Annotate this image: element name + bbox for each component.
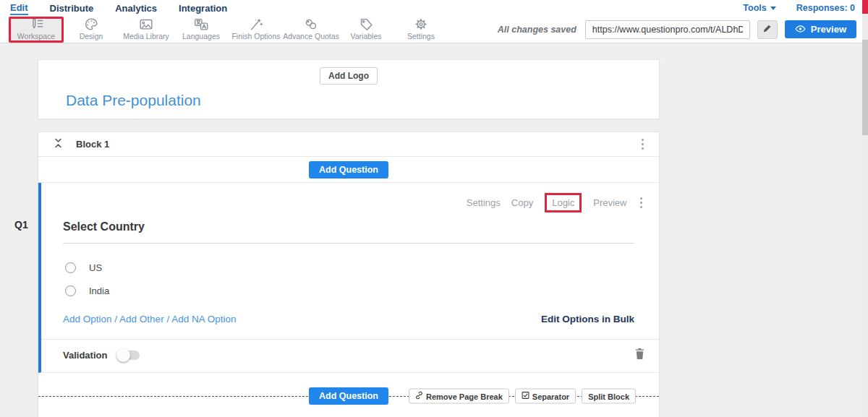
scrollbar-thumb[interactable] [862,40,868,135]
toolbar-item-label: Settings [407,32,435,40]
question-copy-button[interactable]: Copy [511,197,533,208]
chevron-down-icon [770,7,776,10]
nav-tab-integration[interactable]: Integration [179,1,227,14]
toolbar-item-label: Finish Options [231,32,280,40]
tools-menu[interactable]: Tools [743,3,775,13]
page-scrollbar[interactable] [862,0,868,417]
toolbar-right-group: All changes saved Preview [498,20,868,39]
toolbar-item-languages[interactable]: Languages [174,17,229,43]
add-other-link[interactable]: Add Other [119,314,164,324]
question-toolbar: Settings Copy Logic Preview [41,183,659,212]
top-nav-bar: Edit Distribute Analytics Integration To… [0,0,868,16]
answer-options: US India [65,262,659,296]
answer-option-row: India [65,285,659,296]
save-status: All changes saved [498,25,576,35]
toolbar-item-design[interactable]: Design [64,17,119,43]
variables-icon [358,17,374,31]
toolbar-item-label: Languages [182,32,220,40]
validation-toggle[interactable] [118,351,140,360]
preview-label: Preview [811,24,846,35]
radio-button[interactable] [65,262,76,273]
trash-icon [635,348,644,362]
option-label[interactable]: US [89,262,102,273]
add-option-links: Add Option / Add Other / Add NA Option [63,314,237,324]
validation-row: Validation [41,339,659,372]
pencil-icon [762,23,772,36]
toolbar-item-label: Media Library [123,32,169,40]
scrollbar-red-marker [862,0,868,14]
option-label[interactable]: India [89,285,109,296]
question-title: Select Country [63,220,145,233]
edit-url-button[interactable] [757,20,778,39]
answer-option-row: US [65,262,659,273]
block-footer: Add Question Remove Page Break [38,388,659,404]
collapse-block-icon[interactable] [53,137,64,152]
add-logo-button[interactable]: Add Logo [320,67,378,85]
add-question-button[interactable]: Add Question [309,161,388,179]
block-title: Block 1 [76,139,109,150]
toolbar-item-label: Variables [351,32,382,40]
option-links-row: Add Option / Add Other / Add NA Option E… [63,314,634,324]
workspace-icon [28,17,44,31]
validation-label: Validation [63,350,107,361]
toolbar-item-media-library[interactable]: Media Library [119,17,174,43]
add-question-bar: Add Question [38,157,659,183]
toolbar-item-finish-options[interactable]: Finish Options [229,17,284,43]
question-card: Settings Copy Logic Preview Select Count… [38,183,659,373]
survey-title[interactable]: Data Pre-population [66,92,201,109]
link-separator: / [166,314,169,324]
design-icon [83,17,99,31]
block-header: Block 1 [38,132,659,157]
advance-quotas-icon [303,17,319,31]
toolbar-item-settings[interactable]: Settings [393,17,448,43]
add-na-option-link[interactable]: Add NA Option [171,314,236,324]
delete-question-button[interactable] [635,348,644,362]
toolbar-item-advance-quotas[interactable]: Advance Quotas [284,17,339,43]
toolbar-item-workspace[interactable]: Workspace [9,17,64,43]
responses-link[interactable]: Responses: 0 [796,3,855,13]
block-menu-button[interactable] [639,137,647,152]
split-block-button[interactable]: Split Block [582,389,636,404]
survey-url-input[interactable] [585,20,750,39]
question-settings-button[interactable]: Settings [467,197,501,208]
toolbar-item-label: Design [80,32,103,40]
toolbar-item-variables[interactable]: Variables [339,17,393,43]
remove-page-break-label: Remove Page Break [426,392,503,400]
split-block-label: Split Block [588,392,629,400]
add-option-link[interactable]: Add Option [63,314,112,324]
toolbar-item-label: Workspace [17,32,55,40]
toolbar-item-label: Advance Quotas [283,32,339,40]
editor-toolbar: Workspace Design Media Library [0,16,868,43]
radio-button[interactable] [65,285,76,296]
nav-tab-analytics[interactable]: Analytics [115,1,157,14]
question-menu-button[interactable] [638,195,645,211]
media-library-icon [138,17,154,31]
remove-page-break-button[interactable]: Remove Page Break [409,389,509,404]
nav-right-group: Tools Responses: 0 [743,3,855,13]
nav-tab-edit[interactable]: Edit [10,1,28,15]
question-preview-button[interactable]: Preview [593,197,626,208]
question-number: Q1 [14,219,28,231]
add-question-button-bottom[interactable]: Add Question [309,387,388,405]
settings-icon [413,17,429,31]
separator-label: Separator [532,392,569,400]
broken-link-icon [415,392,423,401]
separator-button[interactable]: Separator [515,389,576,404]
survey-header-card: Add Logo Data Pre-population [38,59,660,119]
editor-canvas: Q1 Add Logo Data Pre-population Block 1 … [0,43,862,417]
languages-icon [193,17,209,31]
preview-button[interactable]: Preview [785,20,856,38]
link-separator: / [114,314,117,324]
finish-options-icon [248,17,264,31]
question-title-field[interactable]: Select Country [63,220,634,244]
separator-icon [522,392,529,401]
toggle-knob [116,348,130,362]
edit-options-in-bulk-link[interactable]: Edit Options in Bulk [541,314,634,324]
nav-tab-distribute[interactable]: Distribute [50,1,94,14]
question-logic-button[interactable]: Logic [545,193,582,212]
tools-label: Tools [743,3,766,13]
block-card: Block 1 Add Question Settings Copy Logic… [38,132,660,417]
eye-icon [795,24,806,35]
